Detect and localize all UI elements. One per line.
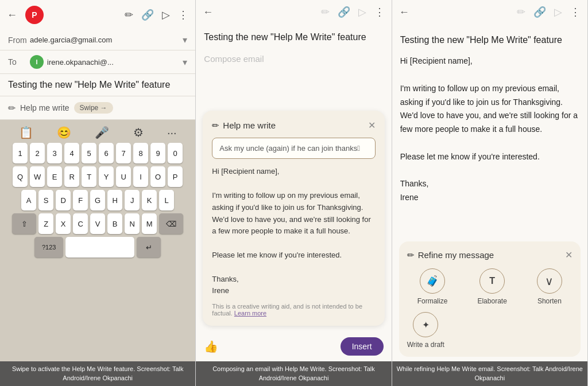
refine-formalize[interactable]: 🧳 Formalize [417,268,448,305]
key-0[interactable]: 0 [168,143,183,163]
compose-placeholder: Compose email [204,54,264,64]
attachment-icon-p2[interactable]: 🔗 [338,6,350,18]
thumbs-up-icon[interactable]: 👍 [204,340,218,353]
attachment-icon-p3[interactable]: 🔗 [533,6,546,18]
key-n[interactable]: N [125,213,140,234]
subject-line[interactable]: Testing the new "Help Me Write" feature [0,74,195,96]
panel1-toolbar: ← P ✏ 🔗 ▷ ⋮ [0,0,195,30]
mic-icon[interactable]: 🎤 [95,126,109,139]
key-e[interactable]: E [47,166,62,187]
key-b[interactable]: B [107,213,122,234]
more-keyboard-icon[interactable]: ··· [167,126,177,139]
hmw-modal: ✏ Help me write ✕ Ask my uncle (again) i… [203,111,384,326]
refine-header: ✏ Refine my message ✕ [407,249,572,260]
refine-bottom-row: ✦ Write a draft [407,312,572,349]
key-t[interactable]: T [82,166,96,187]
enter-key[interactable]: ↵ [137,237,161,258]
back-icon-p3[interactable]: ← [399,6,409,18]
pencil-icon-p2[interactable]: ✏ [321,6,330,18]
pencil-icon-p3[interactable]: ✏ [517,6,525,18]
panel3-caption: While refining Help Me Write email. Scre… [392,361,587,386]
key-l[interactable]: L [159,190,174,210]
refine-title: ✏ Refine my message [407,250,494,260]
shift-key[interactable]: ⇧ [12,213,36,234]
panel1: ← P ✏ 🔗 ▷ ⋮ From adele.garcia@gmail.com … [0,0,196,386]
backspace-key[interactable]: ⌫ [159,213,183,234]
key-q[interactable]: Q [13,166,28,187]
key-c[interactable]: C [73,213,88,234]
key-4[interactable]: 4 [64,143,79,163]
help-me-write-bar[interactable]: ✏ Help me write Swipe → [0,96,195,120]
hmw-close-icon[interactable]: ✕ [368,120,376,131]
key-3[interactable]: 3 [47,143,62,163]
key-j[interactable]: J [125,190,140,210]
send-icon-p2[interactable]: ▷ [358,6,366,18]
key-a[interactable]: A [21,190,36,210]
help-me-write-label: Help me write [20,103,69,112]
swipe-hint: Swipe → [74,102,113,114]
back-icon-p2[interactable]: ← [203,6,213,18]
send-icon-p3[interactable]: ▷ [554,6,562,18]
more-icon[interactable]: ⋮ [178,9,188,21]
emoji-icon[interactable]: 😊 [57,126,71,139]
more-icon-p2[interactable]: ⋮ [374,6,385,18]
pencil-star-icon: ✏ [8,103,16,114]
learn-more-link[interactable]: Learn more [234,310,266,317]
refine-write-draft[interactable]: ✦ Write a draft [407,312,444,349]
key-w[interactable]: W [30,166,45,187]
more-icon-p3[interactable]: ⋮ [570,6,581,18]
write-draft-icon: ✦ [413,312,438,337]
key-1[interactable]: 1 [13,143,28,163]
refine-close-icon[interactable]: ✕ [565,249,572,260]
hmw-action-bar: 👍 Insert [196,332,391,361]
from-field[interactable]: From adele.garcia@gmail.com ▾ [0,30,195,50]
refine-options: 🧳 Formalize T Elaborate ∨ Shorten [407,268,572,305]
to-label: To [8,57,30,67]
key-5[interactable]: 5 [82,143,96,163]
key-9[interactable]: 9 [150,143,165,163]
refine-pencil-star-icon: ✏ [407,250,415,260]
key-i[interactable]: I [133,166,148,187]
panel2-subject: Testing the new "Help Me Write" feature [196,24,391,46]
key-x[interactable]: X [56,213,71,234]
space-key[interactable] [65,237,134,258]
to-field[interactable]: To I irene.okpanachi@... ▾ [0,50,195,74]
back-icon[interactable]: ← [7,9,17,21]
key-7[interactable]: 7 [116,143,131,163]
key-s[interactable]: S [38,190,53,210]
insert-button[interactable]: Insert [341,337,384,356]
key-u[interactable]: U [116,166,131,187]
to-dropdown-icon[interactable]: ▾ [183,57,187,68]
key-r[interactable]: R [64,166,79,187]
key-v[interactable]: V [90,213,105,234]
attachment-icon[interactable]: 🔗 [141,9,154,21]
clipboard-icon[interactable]: 📋 [19,126,33,139]
zxcv-row: ⇧ Z X C V B N M ⌫ [2,213,193,234]
pencil-icon[interactable]: ✏ [125,9,133,21]
key-p[interactable]: P [168,166,183,187]
key-g[interactable]: G [90,190,105,210]
hmw-disclaimer: This is a creative writing aid, and is n… [212,303,375,317]
to-avatar: I [30,55,44,69]
from-dropdown-icon[interactable]: ▾ [183,34,187,45]
key-m[interactable]: M [142,213,157,234]
settings-icon[interactable]: ⚙ [133,126,144,139]
send-icon[interactable]: ▷ [162,9,170,21]
compose-area[interactable]: Compose email [196,46,391,105]
key-d[interactable]: D [56,190,71,210]
key-f[interactable]: F [73,190,88,210]
refine-elaborate[interactable]: T Elaborate [477,268,506,305]
key-o[interactable]: O [150,166,165,187]
panel3: ← ✏ 🔗 ▷ ⋮ Testing the new "Help Me Write… [392,0,588,386]
key-k[interactable]: K [142,190,157,210]
refine-shorten[interactable]: ∨ Shorten [537,268,562,305]
elaborate-icon: T [479,268,505,294]
symbols-key[interactable]: ?123 [34,237,63,258]
key-8[interactable]: 8 [133,143,148,163]
key-z[interactable]: Z [38,213,53,234]
hmw-input-box[interactable]: Ask my uncle (again) if he can join than… [212,138,375,159]
key-6[interactable]: 6 [99,143,114,163]
key-y[interactable]: Y [99,166,114,187]
key-h[interactable]: H [107,190,122,210]
key-2[interactable]: 2 [30,143,45,163]
